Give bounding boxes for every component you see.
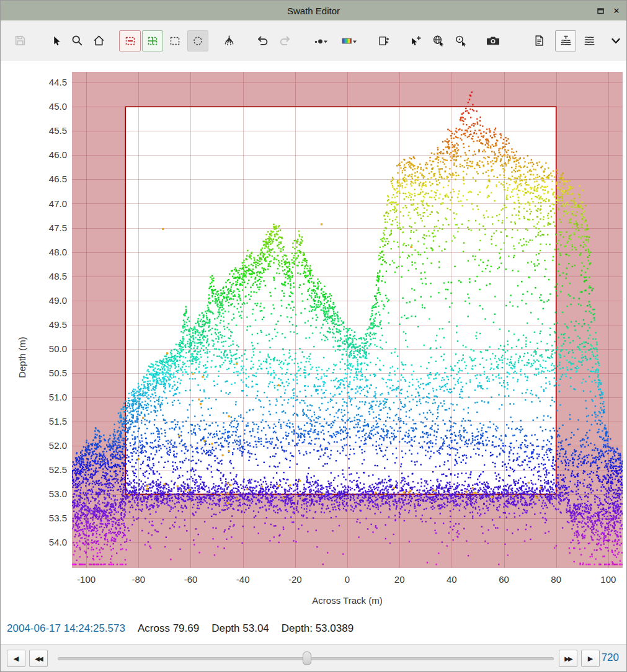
status-readout: 2004-06-17 14:24:25.573Across 79.69Depth… — [7, 622, 366, 635]
status-across: Across 79.69 — [138, 622, 199, 634]
close-icon: ✕ — [613, 6, 620, 15]
x-tick-label: -40 — [225, 574, 262, 585]
y-tick-label: 50.5 — [35, 368, 67, 378]
status-depth-precise: Depth: 53.0389 — [282, 622, 354, 634]
x-tick-label: 0 — [329, 574, 366, 585]
accept-rectangle-button[interactable] — [142, 30, 163, 51]
fast-forward-button[interactable]: ▶▶ — [559, 650, 577, 667]
y-tick-label: 46.5 — [35, 174, 67, 184]
x-axis-label: Across Track (m) — [254, 595, 440, 606]
pick-sounding-button[interactable] — [405, 30, 426, 51]
swath-canvas[interactable] — [72, 72, 623, 568]
y-tick-label: 50.0 — [35, 343, 67, 354]
status-timestamp: 2004-06-17 14:24:25.573 — [7, 622, 125, 634]
select-ellipse-button[interactable] — [187, 30, 208, 51]
y-tick-label: 47.0 — [35, 198, 67, 209]
point-size-button[interactable] — [307, 30, 334, 51]
snapshot-button[interactable] — [482, 30, 504, 51]
camera-icon — [486, 34, 500, 47]
previous-ping-button[interactable]: ◀ — [7, 650, 25, 667]
swath-editor-window: Swath Editor ✕ — [0, 0, 627, 672]
home-icon — [92, 34, 105, 47]
swath-stack-icon — [583, 34, 596, 47]
y-tick-label: 54.0 — [35, 537, 67, 547]
swath-profile-icon — [559, 34, 572, 47]
fast-backward-button[interactable]: ◀◀ — [29, 650, 48, 667]
reject-rectangle-button[interactable] — [119, 30, 140, 51]
point-size-icon — [311, 35, 330, 47]
titlebar[interactable]: Swath Editor ✕ — [1, 1, 626, 20]
report-button[interactable] — [529, 30, 550, 51]
x-tick-label: 80 — [538, 574, 575, 585]
pick-radius-icon — [454, 34, 467, 47]
more-tools-button[interactable] — [605, 30, 626, 51]
x-tick-label: -20 — [277, 574, 314, 585]
left-arrow-icon: ◀ — [14, 655, 19, 663]
ping-navigation-bar: ◀ ◀◀ ▶▶ ▶ 720 — [1, 644, 626, 671]
y-tick-label: 51.0 — [35, 392, 67, 402]
float-window-button[interactable] — [594, 4, 607, 17]
y-tick-label: 45.5 — [35, 125, 67, 136]
x-tick-label: -60 — [172, 574, 209, 585]
y-tick-label: 47.5 — [35, 223, 67, 233]
color-map-button[interactable] — [336, 30, 363, 51]
ping-number: 720 — [602, 652, 619, 664]
swath-profile-view-button[interactable] — [555, 30, 576, 51]
titlebar-controls: ✕ — [594, 1, 623, 20]
flag-toggle-button[interactable] — [373, 30, 394, 51]
flag-toggle-icon — [376, 34, 389, 47]
pick-geographic-icon — [432, 34, 445, 47]
float-window-icon — [597, 7, 605, 15]
y-tick-label: 52.5 — [35, 464, 67, 475]
double-right-arrow-icon: ▶▶ — [564, 655, 571, 662]
next-ping-button[interactable]: ▶ — [581, 650, 600, 667]
x-tick-label: 20 — [381, 574, 418, 585]
toolbar — [1, 20, 626, 61]
color-map-icon — [339, 35, 359, 47]
y-tick-label: 53.5 — [35, 513, 67, 523]
select-ellipse-icon — [192, 35, 204, 47]
undo-button[interactable] — [252, 30, 273, 51]
y-tick-label: 51.5 — [35, 416, 67, 427]
right-arrow-icon: ▶ — [588, 655, 593, 663]
y-tick-label: 46.0 — [35, 149, 67, 160]
y-tick-label: 49.5 — [35, 319, 67, 330]
ping-slider-handle[interactable] — [303, 652, 311, 665]
zoom-button[interactable] — [67, 30, 88, 51]
window-title: Swath Editor — [287, 6, 340, 16]
y-tick-label: 53.0 — [35, 489, 67, 499]
x-tick-label: 40 — [433, 574, 470, 585]
close-button[interactable]: ✕ — [610, 4, 623, 17]
search-icon — [71, 34, 84, 47]
cursor-select-button[interactable] — [45, 30, 66, 51]
reject-rectangle-icon — [124, 35, 136, 47]
report-icon — [533, 34, 546, 47]
y-tick-label: 44.5 — [35, 77, 67, 87]
spray-filter-button[interactable] — [218, 30, 239, 51]
chevron-down-icon — [324, 40, 327, 43]
x-tick-label: 60 — [486, 574, 523, 585]
chevron-down-icon — [353, 40, 357, 43]
x-tick-label: -80 — [120, 574, 157, 585]
y-tick-label: 45.0 — [35, 101, 67, 112]
select-rectangle-icon — [169, 35, 181, 47]
pick-radius-button[interactable] — [450, 30, 471, 51]
y-tick-label: 48.0 — [35, 247, 67, 257]
pick-geographic-button[interactable] — [427, 30, 448, 51]
chevron-down-icon — [610, 35, 622, 47]
save-icon — [14, 34, 27, 47]
pick-sounding-icon — [409, 34, 422, 47]
save-button[interactable] — [9, 30, 30, 51]
cursor-icon — [50, 35, 63, 47]
select-rectangle-button[interactable] — [164, 30, 185, 51]
double-left-arrow-icon: ◀◀ — [35, 655, 42, 662]
home-view-button[interactable] — [88, 30, 109, 51]
swath-stack-view-button[interactable] — [579, 30, 600, 51]
redo-button[interactable] — [275, 30, 296, 51]
redo-icon — [278, 34, 291, 47]
y-axis-label: Depth (m) — [17, 314, 27, 401]
y-tick-label: 52.0 — [35, 440, 67, 451]
swath-plot-figure: Depth (m) Across Track (m) 44.545.045.54… — [1, 61, 626, 644]
y-tick-label: 49.0 — [35, 295, 67, 306]
undo-icon — [256, 34, 269, 47]
